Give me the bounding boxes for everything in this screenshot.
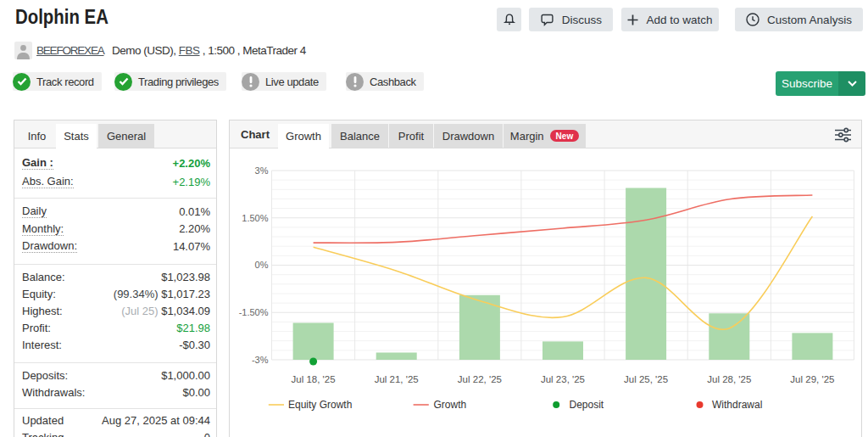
svg-text:Jul 21, '25: Jul 21, '25 <box>375 374 419 384</box>
svg-text:Equity Growth: Equity Growth <box>288 399 352 411</box>
svg-text:Jul 25, '25: Jul 25, '25 <box>624 374 668 384</box>
svg-text:0%: 0% <box>255 260 269 270</box>
svg-text:Jul 18, '25: Jul 18, '25 <box>292 374 336 384</box>
svg-text:Jul 23, '25: Jul 23, '25 <box>541 374 585 384</box>
svg-text:-3%: -3% <box>252 355 269 365</box>
svg-text:Jul 29, '25: Jul 29, '25 <box>790 374 834 384</box>
svg-text:Deposit: Deposit <box>570 399 604 411</box>
svg-text:-1.50%: -1.50% <box>239 307 269 317</box>
svg-text:3%: 3% <box>255 165 269 176</box>
svg-text:Jul 22, '25: Jul 22, '25 <box>458 374 502 384</box>
svg-text:Growth: Growth <box>434 399 467 411</box>
svg-text:Jul 28, '25: Jul 28, '25 <box>707 374 751 384</box>
svg-text:Withdrawal: Withdrawal <box>712 399 762 411</box>
svg-text:1.50%: 1.50% <box>242 213 268 223</box>
